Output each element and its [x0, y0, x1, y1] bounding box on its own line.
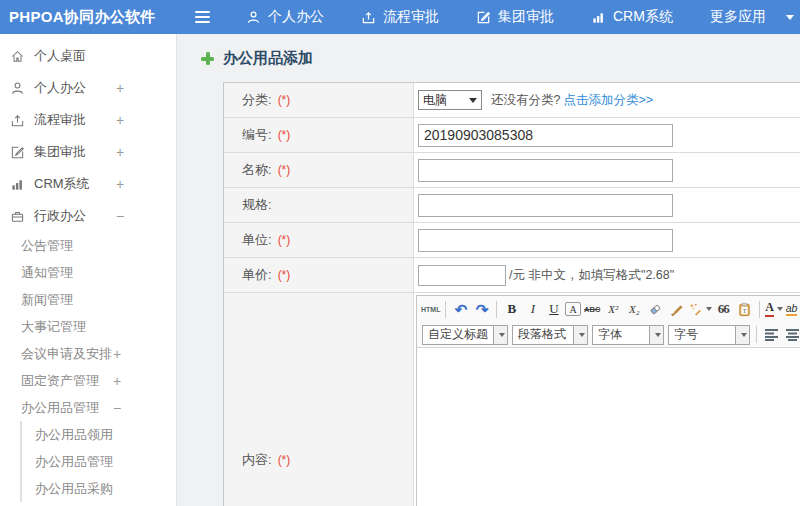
sidebar-item-meeting-mgmt[interactable]: 会议申请及安排 + — [0, 340, 176, 367]
hamburger-icon[interactable] — [195, 11, 210, 23]
form-row-content: 内容: (*) HTML ↶ ↷ B I — [224, 293, 800, 506]
undo-icon[interactable]: ↶ — [451, 300, 470, 319]
blockquote-button[interactable]: 66 — [714, 300, 733, 319]
form-row-price: 单价: (*) /元 非中文，如填写格式"2.68" — [224, 258, 800, 293]
font-size-select[interactable]: 字号 — [668, 325, 750, 345]
sidebar-item-admin-office[interactable]: 行政办公 − — [0, 200, 176, 232]
bold-button[interactable]: B — [502, 300, 521, 319]
sidebar-item-supplies-claim[interactable]: 办公用品领用 — [22, 421, 176, 448]
align-left-icon[interactable] — [762, 325, 781, 344]
sidebar-item-office-supplies-mgmt[interactable]: 办公用品管理 − — [0, 394, 176, 421]
heading-select[interactable]: 自定义标题 — [422, 325, 508, 345]
caret-down-icon — [786, 15, 794, 20]
price-input[interactable] — [418, 265, 506, 286]
paragraph-select[interactable]: 段落格式 — [512, 325, 588, 345]
sidebar-item-label: 集团审批 — [34, 143, 86, 161]
font-color-button[interactable]: A — [765, 300, 784, 319]
expand-toggle[interactable]: + — [113, 373, 121, 389]
required-mark: (*) — [278, 453, 291, 467]
nav-personal-office[interactable]: 个人办公 — [246, 8, 324, 26]
sidebar-item-news-mgmt[interactable]: 新闻管理 — [0, 286, 176, 313]
nav-label: 流程审批 — [383, 8, 439, 26]
sidebar-item-label: 大事记管理 — [21, 318, 86, 336]
auto-typeset-icon[interactable] — [688, 300, 712, 319]
html-source-button[interactable]: HTML — [421, 300, 440, 319]
app-logo[interactable]: PHPOA协同办公软件 — [0, 8, 183, 27]
code-input[interactable] — [418, 124, 673, 147]
unit-input[interactable] — [418, 229, 673, 252]
highlight-color-button[interactable]: ab — [786, 300, 800, 319]
sidebar-item-events-mgmt[interactable]: 大事记管理 — [0, 313, 176, 340]
subscript-button[interactable]: X₂ — [625, 300, 644, 319]
sidebar-item-fixed-assets-mgmt[interactable]: 固定资产管理 + — [0, 367, 176, 394]
field-label: 编号: (*) — [224, 118, 414, 152]
caret-down-icon — [655, 333, 661, 337]
nav-process-approval[interactable]: 流程审批 — [361, 8, 439, 26]
sidebar-item-supplies-manage[interactable]: 办公用品管理 — [22, 448, 176, 475]
form-row-code: 编号: (*) — [224, 118, 800, 153]
sidebar-item-label: 办公用品领用 — [35, 426, 113, 444]
font-select[interactable]: 字体 — [592, 325, 664, 345]
form-row-category: 分类: (*) 电脑 还没有分类? 点击添加分类>> — [224, 83, 800, 118]
nav-group-approval[interactable]: 集团审批 — [476, 8, 554, 26]
nav-label: 集团审批 — [498, 8, 554, 26]
sidebar: 个人桌面 个人办公 + 流程审批 + 集团审批 + — [0, 34, 177, 506]
process-icon — [10, 113, 25, 128]
redo-icon[interactable]: ↷ — [472, 300, 491, 319]
align-center-icon[interactable] — [783, 325, 800, 344]
sidebar-item-label: 会议申请及安排 — [21, 345, 112, 363]
sidebar-item-process-approval[interactable]: 流程审批 + — [0, 104, 176, 136]
expand-toggle[interactable]: + — [113, 346, 121, 362]
user-icon — [10, 81, 25, 96]
price-format-hint: /元 非中文，如填写格式"2.68" — [509, 267, 674, 284]
add-category-link[interactable]: 点击添加分类>> — [563, 92, 653, 109]
form-row-spec: 规格: — [224, 188, 800, 223]
sidebar-item-label: 办公用品采购 — [35, 480, 113, 498]
underline-button[interactable]: U — [544, 300, 563, 319]
expand-toggle[interactable]: + — [116, 112, 124, 128]
collapse-toggle[interactable]: − — [113, 400, 121, 416]
eraser-icon[interactable] — [646, 300, 665, 319]
required-mark: (*) — [278, 93, 291, 107]
add-plus-icon — [201, 52, 214, 65]
sidebar-item-label: CRM系统 — [34, 175, 90, 193]
edit-icon — [476, 10, 491, 25]
sidebar-item-personal-office[interactable]: 个人办公 + — [0, 72, 176, 104]
sidebar-item-notice-mgmt[interactable]: 通知管理 — [0, 259, 176, 286]
sidebar-item-label: 通知管理 — [21, 264, 73, 282]
sidebar-item-crm[interactable]: CRM系统 + — [0, 168, 176, 200]
office-supplies-submenu: 办公用品领用 办公用品管理 办公用品采购 — [20, 421, 176, 502]
sidebar-item-announcement-mgmt[interactable]: 公告管理 — [0, 232, 176, 259]
paste-text-icon[interactable]: T — [735, 300, 754, 319]
required-mark: (*) — [278, 128, 291, 142]
sidebar-item-supplies-purchase[interactable]: 办公用品采购 — [22, 475, 176, 502]
top-navigation: 个人办公 流程审批 集团审批 CRM系统 — [246, 8, 794, 26]
caret-down-icon — [579, 333, 585, 337]
format-brush-icon[interactable] — [667, 300, 686, 319]
category-select[interactable]: 电脑 — [418, 90, 482, 110]
strikethrough-button[interactable]: ABC — [583, 300, 602, 319]
expand-toggle[interactable]: + — [116, 80, 124, 96]
sidebar-item-label: 个人桌面 — [34, 47, 86, 65]
italic-button[interactable]: I — [523, 300, 542, 319]
sidebar-item-label: 行政办公 — [34, 207, 86, 225]
superscript-button[interactable]: X² — [604, 300, 623, 319]
sidebar-item-personal-desktop[interactable]: 个人桌面 — [0, 40, 176, 72]
sidebar-item-label: 新闻管理 — [21, 291, 73, 309]
spec-input[interactable] — [418, 194, 673, 217]
sidebar-item-group-approval[interactable]: 集团审批 + — [0, 136, 176, 168]
char-border-button[interactable]: A — [565, 302, 580, 316]
nav-crm-system[interactable]: CRM系统 — [591, 8, 673, 26]
nav-more-apps[interactable]: 更多应用 — [710, 8, 794, 26]
name-input[interactable] — [418, 159, 673, 182]
editor-toolbar-row1: HTML ↶ ↷ B I U A ABC X² X₂ — [417, 296, 800, 322]
nav-label: CRM系统 — [613, 8, 673, 26]
collapse-toggle[interactable]: − — [116, 208, 124, 224]
expand-toggle[interactable]: + — [116, 176, 124, 192]
sidebar-item-label: 固定资产管理 — [21, 372, 99, 390]
chart-icon — [591, 10, 606, 25]
form-row-unit: 单位: (*) — [224, 223, 800, 258]
editor-content-area[interactable] — [417, 348, 800, 506]
expand-toggle[interactable]: + — [116, 144, 124, 160]
sidebar-item-label: 办公用品管理 — [35, 453, 113, 471]
